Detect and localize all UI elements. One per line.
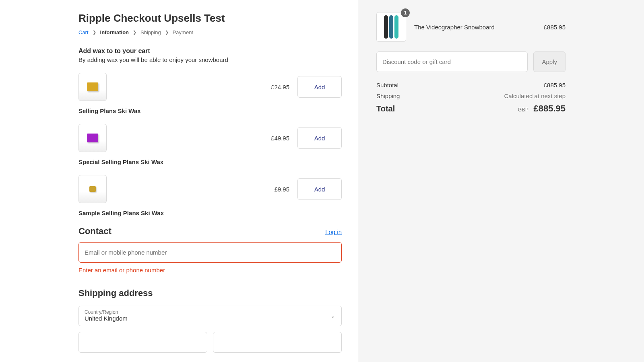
- shipping-label: Shipping: [376, 93, 400, 99]
- qty-badge: 1: [401, 8, 410, 17]
- upsell-name: Sample Selling Plans Ski Wax: [78, 210, 342, 216]
- upsell-price: £49.95: [271, 135, 289, 142]
- country-select[interactable]: Country/Region United Kingdom ⌄: [78, 306, 342, 326]
- cart-item-price: £885.95: [544, 24, 566, 31]
- email-field[interactable]: [78, 242, 342, 263]
- shop-title: Ripple Checkout Upsells Test: [78, 12, 342, 25]
- upsell-name: Special Selling Plans Ski Wax: [78, 158, 342, 165]
- upsell-price: £9.95: [274, 186, 289, 193]
- wax-icon: [87, 82, 98, 91]
- breadcrumb-information: Information: [100, 29, 129, 35]
- shipping-value: Calculated at next step: [504, 93, 566, 99]
- upsell-price: £24.95: [271, 84, 289, 90]
- last-name-field[interactable]: [213, 332, 342, 353]
- total-value: £885.95: [533, 103, 566, 113]
- chevron-down-icon: ⌄: [331, 313, 335, 319]
- chevron-right-icon: ❯: [165, 30, 169, 35]
- upsell-item: £24.95 Add Selling Plans Ski Wax: [78, 73, 342, 114]
- apply-button[interactable]: Apply: [533, 51, 566, 72]
- total-label: Total: [376, 104, 395, 113]
- chevron-right-icon: ❯: [93, 30, 96, 35]
- wax-icon: [89, 186, 96, 192]
- breadcrumb: Cart ❯ Information ❯ Shipping ❯ Payment: [78, 29, 342, 35]
- email-error-text: Enter an email or phone number: [78, 267, 342, 274]
- discount-input[interactable]: [376, 51, 528, 72]
- cart-line-item: 1 The Videographer Snowboard £885.95: [376, 12, 566, 42]
- upsell-name: Selling Plans Ski Wax: [78, 107, 342, 114]
- breadcrumb-payment: Payment: [173, 29, 193, 35]
- add-button[interactable]: Add: [297, 178, 342, 200]
- upsell-item: £49.95 Add Special Selling Plans Ski Wax: [78, 124, 342, 165]
- upsell-thumb: [78, 124, 107, 152]
- login-link[interactable]: Log in: [325, 228, 342, 235]
- cart-item-name: The Videographer Snowboard: [414, 24, 536, 31]
- breadcrumb-cart[interactable]: Cart: [78, 29, 89, 35]
- subtotal-label: Subtotal: [376, 82, 398, 88]
- shipping-heading: Shipping address: [78, 288, 342, 298]
- upsell-subheading: By adding wax you will be able to enjoy …: [78, 56, 342, 63]
- country-value: United Kingdom: [85, 315, 336, 322]
- currency-code: GBP: [518, 107, 529, 113]
- country-label: Country/Region: [85, 309, 336, 315]
- first-name-field[interactable]: [78, 332, 207, 353]
- upsell-thumb: [78, 73, 107, 101]
- upsell-heading: Add wax to to your cart: [78, 47, 342, 55]
- add-button[interactable]: Add: [297, 76, 342, 98]
- contact-heading: Contact: [78, 226, 111, 237]
- chevron-right-icon: ❯: [133, 30, 136, 35]
- subtotal-value: £885.95: [544, 82, 566, 88]
- add-button[interactable]: Add: [297, 127, 342, 149]
- cart-item-thumb: 1: [376, 12, 406, 42]
- wax-icon: [87, 134, 98, 142]
- upsell-thumb: [78, 175, 107, 203]
- breadcrumb-shipping: Shipping: [140, 29, 161, 35]
- upsell-item: £9.95 Add Sample Selling Plans Ski Wax: [78, 175, 342, 216]
